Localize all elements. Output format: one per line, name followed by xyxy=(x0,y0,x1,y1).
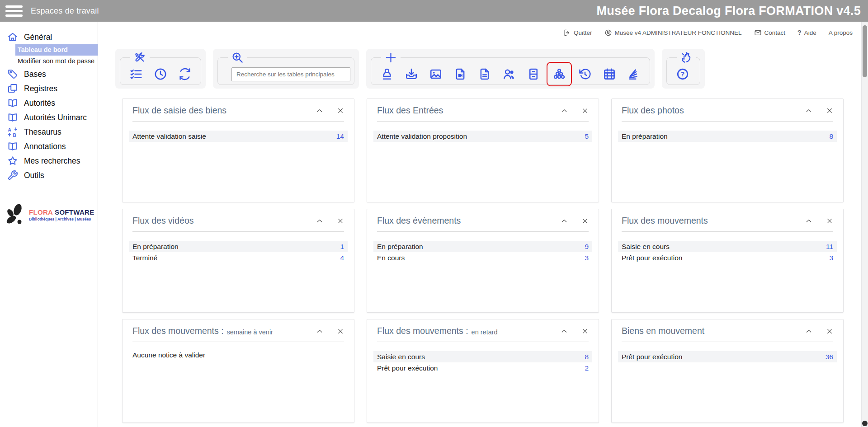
import-icon xyxy=(405,67,418,81)
close-widget-button[interactable] xyxy=(581,107,589,114)
stack-icon xyxy=(627,67,641,81)
sidebar-item-registres[interactable]: Registres xyxy=(0,81,98,96)
widget-body: Attente validation saisie14 xyxy=(132,131,344,142)
history-button[interactable] xyxy=(573,64,597,84)
collapse-widget-button[interactable] xyxy=(561,107,568,114)
collapse-widget-button[interactable] xyxy=(805,107,812,114)
object-record-button[interactable] xyxy=(375,64,399,84)
widget-body: En préparation1Terminé4 xyxy=(132,241,344,263)
collapse-widget-button[interactable] xyxy=(561,217,568,225)
sidebar-item-autorites[interactable]: Autorités xyxy=(0,96,98,110)
sidebar-item-autorites-unimarc[interactable]: Autorités Unimarc xyxy=(0,110,98,125)
close-icon xyxy=(581,107,589,114)
documents-button[interactable] xyxy=(472,64,497,84)
cabinet-icon xyxy=(527,67,540,81)
widget-message: Aucune notice à valider xyxy=(132,351,344,359)
photos-button[interactable] xyxy=(424,64,448,84)
validation-tasks-button[interactable] xyxy=(124,64,148,84)
widget-row-value[interactable]: 8 xyxy=(829,132,833,141)
widget-row-value[interactable]: 2 xyxy=(585,364,589,372)
aide-link[interactable]: ? Aide xyxy=(797,29,816,36)
calendar-button[interactable] xyxy=(597,64,622,84)
widget-row-value[interactable]: 1 xyxy=(340,243,344,251)
import-button[interactable] xyxy=(399,64,424,84)
dashboard-widget: Flux des mouvements : en retard Saisie e… xyxy=(367,319,599,423)
widget-row-value[interactable]: 5 xyxy=(585,132,589,141)
magnifier-plus-icon xyxy=(231,52,244,64)
close-icon xyxy=(581,217,589,225)
sidebar-item-modifier-mot-de-passe[interactable]: Modifier son mot de passe xyxy=(15,56,98,67)
widget-row-value[interactable]: 14 xyxy=(336,132,344,141)
widget-row-label: En cours xyxy=(377,254,405,262)
close-widget-button[interactable] xyxy=(581,217,589,225)
users-icon xyxy=(502,67,516,81)
sidebar-item-label: Registres xyxy=(24,84,57,94)
collapse-widget-button[interactable] xyxy=(561,328,568,335)
current-user[interactable]: Musée v4 ADMINISTRATEUR FONCTIONNEL xyxy=(604,29,742,37)
widget-row-value[interactable]: 4 xyxy=(340,254,344,262)
videos-button[interactable] xyxy=(448,64,472,84)
widget-row-value[interactable]: 8 xyxy=(585,353,589,361)
close-widget-button[interactable] xyxy=(337,107,344,114)
close-widget-button[interactable] xyxy=(826,107,833,114)
widget-title: Flux des photos xyxy=(622,105,684,116)
main-content: Quitter Musée v4 ADMINISTRATEUR FONCTION… xyxy=(98,22,868,427)
sidebar-item-outils[interactable]: Outils xyxy=(0,168,98,183)
svg-text:?: ? xyxy=(681,70,685,78)
help-button[interactable]: ? xyxy=(670,64,695,84)
sidebar-item-tableau-de-bord[interactable]: Tableau de bord xyxy=(15,44,98,56)
question-mark-icon: ? xyxy=(797,29,802,36)
quitter-link[interactable]: Quitter xyxy=(563,29,592,37)
close-widget-button[interactable] xyxy=(826,217,833,225)
contacts-button[interactable] xyxy=(497,64,521,84)
close-icon xyxy=(337,328,344,335)
search-input[interactable] xyxy=(231,67,350,81)
widget-row-value[interactable]: 36 xyxy=(826,353,833,361)
widget-row-label: Attente validation saisie xyxy=(132,132,206,141)
workflow-cluster-button[interactable] xyxy=(549,64,569,84)
widget-row-value[interactable]: 3 xyxy=(585,254,589,262)
close-widget-button[interactable] xyxy=(337,328,344,335)
sidebar-item-bases[interactable]: Bases xyxy=(0,67,98,81)
close-widget-button[interactable] xyxy=(826,328,833,335)
dashboard-widget: Biens en mouvement Prêt pour exécution36 xyxy=(611,319,844,423)
collapse-widget-button[interactable] xyxy=(316,107,323,114)
batch-stack-button[interactable] xyxy=(622,64,646,84)
close-widget-button[interactable] xyxy=(337,217,344,225)
widget-row-value[interactable]: 9 xyxy=(585,243,589,251)
widget-row-label: Prêt pour exécution xyxy=(622,353,682,361)
dashboard-widget: Flux des mouvements Saisie en cours11Prê… xyxy=(611,209,844,313)
scrollbar-bottom-dot xyxy=(862,421,868,426)
close-widget-button[interactable] xyxy=(581,328,589,335)
widget-row-value[interactable]: 3 xyxy=(829,254,833,262)
vertical-scrollbar[interactable] xyxy=(861,22,868,427)
sidebar-item-annotations[interactable]: Annotations xyxy=(0,139,98,154)
copies-icon xyxy=(7,83,18,94)
chevron-up-icon xyxy=(561,107,568,114)
archives-button[interactable] xyxy=(521,64,546,84)
widget-divider xyxy=(377,231,589,232)
scrollbar-thumb[interactable] xyxy=(863,25,867,77)
open-book-icon xyxy=(7,98,18,108)
widget-row-label: En préparation xyxy=(132,243,179,251)
clock-icon xyxy=(154,67,167,81)
widget-row-value[interactable]: 11 xyxy=(826,243,833,251)
collapse-widget-button[interactable] xyxy=(805,217,812,225)
widget-divider xyxy=(622,342,833,342)
widget-header: Flux des évènements xyxy=(377,216,589,226)
sidebar-item-thesaurus[interactable]: AB Thesaurus xyxy=(0,125,98,139)
widget-body: En préparation9En cours3 xyxy=(377,241,589,263)
widget-body: Saisie en cours8Prêt pour exécution2 xyxy=(377,351,589,374)
sidebar-item-label: Thesaurus xyxy=(24,127,61,137)
hamburger-menu-icon[interactable] xyxy=(5,3,23,19)
refresh-button[interactable] xyxy=(173,64,197,84)
a-propos-link[interactable]: A propos xyxy=(829,29,853,36)
toolbar-panel-help: ? xyxy=(662,49,705,89)
contact-link[interactable]: Contact xyxy=(754,29,786,37)
sidebar-item-mes-recherches[interactable]: Mes recherches xyxy=(0,154,98,168)
collapse-widget-button[interactable] xyxy=(316,217,323,225)
sidebar-item-general[interactable]: Général xyxy=(0,30,98,44)
collapse-widget-button[interactable] xyxy=(316,328,323,335)
collapse-widget-button[interactable] xyxy=(805,328,812,335)
recent-activity-button[interactable] xyxy=(148,64,173,84)
